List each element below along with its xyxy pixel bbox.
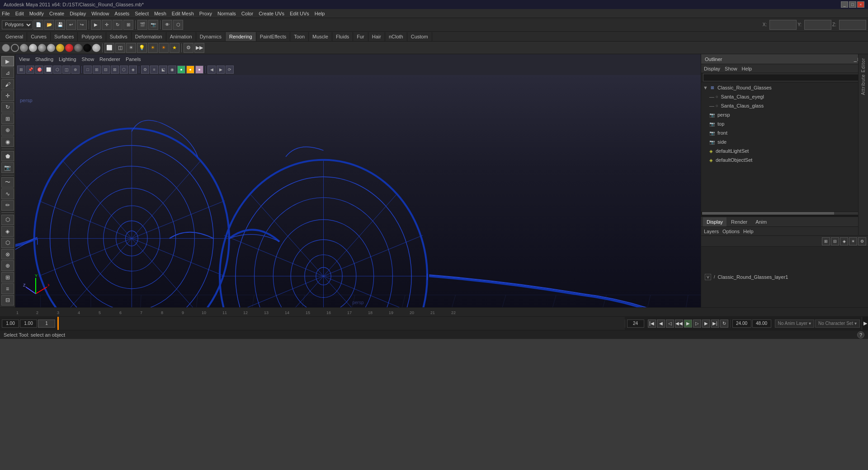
outliner-item-glasses-root[interactable]: ▼ ⊞ Classic_Round_Glasses — [701, 83, 868, 92]
outliner-item-eyegl[interactable]: — ○ Santa_Claus_eyegl — [701, 92, 868, 101]
tab-muscle[interactable]: Muscle — [309, 32, 332, 41]
vp-icon4[interactable]: ⬜ — [44, 66, 52, 74]
scale-tool-btn[interactable]: ⊞ — [123, 20, 133, 30]
vp-icon11[interactable]: ⊠ — [111, 66, 119, 74]
next-key-btn[interactable]: ▷ — [693, 320, 701, 328]
outliner-item-side[interactable]: 📷 side — [701, 137, 868, 146]
vp-icon3[interactable]: 🎯 — [35, 66, 43, 74]
vp-icon9[interactable]: ⊞ — [93, 66, 101, 74]
time-start-input[interactable] — [732, 320, 751, 328]
batch-render-btn[interactable]: ▶▶ — [194, 43, 204, 53]
new-file-btn[interactable]: 📄 — [33, 20, 43, 30]
tab-subdivs[interactable]: Subdivs — [106, 32, 132, 41]
layer-visibility[interactable]: V — [705, 274, 711, 280]
outliner-item-lightset[interactable]: ◈ defaultLightSet — [701, 146, 868, 155]
menu-normals[interactable]: Normals — [217, 11, 236, 16]
cb-icon2[interactable]: ⊟ — [831, 237, 839, 245]
viewport[interactable]: View Shading Lighting Show Renderer Pane… — [15, 54, 701, 307]
tab-surfaces[interactable]: Surfaces — [51, 32, 78, 41]
outliner-minimize[interactable]: _ — [854, 56, 857, 62]
lasso-select-tool[interactable]: ⊿ — [1, 67, 14, 78]
outliner-search-input[interactable] — [703, 74, 866, 81]
vp-icon10[interactable]: ⊟ — [102, 66, 110, 74]
char-set-dropdown[interactable]: No Character Set ▾ — [815, 320, 860, 328]
menu-modify[interactable]: Modify — [29, 11, 44, 16]
poly-tool4[interactable]: ⊗ — [1, 249, 14, 259]
poly-tool2[interactable]: ◈ — [1, 226, 14, 236]
rotate-tool[interactable]: ↻ — [1, 102, 14, 113]
x-input[interactable] — [769, 20, 797, 30]
flat-shading-btn[interactable] — [2, 44, 10, 52]
sphere5-btn[interactable] — [56, 44, 64, 52]
tab-ncloth[interactable]: nCloth — [385, 32, 407, 41]
vp-icon12[interactable]: ⬡ — [120, 66, 128, 74]
cb-menu-layers[interactable]: Layers — [704, 229, 719, 234]
timeline-scrubber[interactable] — [57, 317, 625, 330]
vp-menu-shading[interactable]: Shading — [35, 56, 53, 62]
sphere8-btn[interactable] — [83, 44, 91, 52]
camera-tool[interactable]: 📷 — [1, 162, 14, 173]
poly-tool7[interactable]: ≡ — [1, 283, 14, 294]
sphere3-btn[interactable] — [38, 44, 46, 52]
menu-file[interactable]: File — [2, 11, 10, 16]
frame-step-input[interactable] — [20, 320, 37, 328]
vp-icon22[interactable]: ▶ — [217, 66, 225, 74]
time-end-input[interactable] — [752, 320, 771, 328]
bezier-tool[interactable]: ∿ — [1, 188, 14, 199]
texture-btn[interactable]: ⬜ — [104, 43, 114, 53]
3d-canvas[interactable]: persp — [15, 75, 701, 307]
tab-hair[interactable]: Hair — [368, 32, 385, 41]
prev-frame-btn[interactable]: ◀ — [657, 320, 665, 328]
poly-tool6[interactable]: ⊞ — [1, 272, 14, 282]
tab-fluids[interactable]: Fluids — [332, 32, 353, 41]
undo-btn[interactable]: ↩ — [66, 20, 76, 30]
select-tool-btn[interactable]: ▶ — [91, 20, 101, 30]
outliner-hscrollbar[interactable] — [701, 212, 868, 215]
vp-icon20[interactable]: ● — [195, 66, 203, 74]
play-fwd-btn[interactable]: ▶ — [684, 320, 692, 328]
open-file-btn[interactable]: 📂 — [44, 20, 54, 30]
menu-create-uvs[interactable]: Create UVs — [259, 11, 284, 16]
mode-select[interactable]: Polygons — [2, 20, 33, 29]
minimize-button[interactable]: _ — [841, 1, 848, 8]
sphere6-btn[interactable] — [65, 44, 73, 52]
menu-assets[interactable]: Assets — [114, 11, 129, 16]
menu-color[interactable]: Color — [241, 11, 253, 16]
cb-menu-help[interactable]: Help — [743, 229, 754, 234]
tab-general[interactable]: General — [2, 32, 27, 41]
sphere2-btn[interactable] — [29, 44, 37, 52]
outliner-item-glass[interactable]: — ○ Santa_Claus_glass — [701, 101, 868, 110]
light3-btn[interactable]: ☀ — [148, 43, 158, 53]
tab-animation[interactable]: Animation — [166, 32, 196, 41]
show-hide-btn[interactable]: 👁 — [162, 20, 172, 30]
vp-icon13[interactable]: ◈ — [129, 66, 137, 74]
sphere9-btn[interactable] — [92, 44, 100, 52]
cb-icon4[interactable]: ☀ — [849, 237, 857, 245]
menu-edit-uvs[interactable]: Edit UVs — [290, 11, 309, 16]
loop-btn[interactable]: ↻ — [720, 320, 728, 328]
cb-icon1[interactable]: ⊞ — [822, 237, 830, 245]
show-manip[interactable]: ⬟ — [1, 151, 14, 161]
render-btn[interactable]: 🎬 — [137, 20, 147, 30]
scale-tool[interactable]: ⊞ — [1, 113, 14, 124]
timeline-expand-btn[interactable]: ▶ — [862, 317, 868, 330]
rotate-tool-btn[interactable]: ↻ — [113, 20, 123, 30]
vp-icon16[interactable]: ⬕ — [159, 66, 167, 74]
menu-edit-mesh[interactable]: Edit Mesh — [172, 11, 194, 16]
cb-tab-render[interactable]: Render — [727, 217, 751, 226]
tab-painteffects[interactable]: PaintEffects — [256, 32, 291, 41]
tab-fur[interactable]: Fur — [353, 32, 368, 41]
anim-layer-dropdown[interactable]: No Anim Layer ▾ — [775, 320, 814, 328]
menu-help[interactable]: Help — [315, 11, 325, 16]
sphere1-btn[interactable] — [20, 44, 28, 52]
render-settings-btn[interactable]: ⚙ — [184, 43, 193, 53]
menu-mesh[interactable]: Mesh — [154, 11, 166, 16]
wireframe-btn[interactable]: ⬡ — [173, 20, 183, 30]
vp-icon14[interactable]: ⚙ — [141, 66, 149, 74]
play-back-btn[interactable]: ◀◀ — [675, 320, 683, 328]
current-frame-input[interactable] — [2, 320, 19, 328]
ipr-btn[interactable]: 📷 — [148, 20, 158, 30]
vp-icon2[interactable]: 📌 — [26, 66, 34, 74]
tab-custom[interactable]: Custom — [407, 32, 432, 41]
vp-menu-show[interactable]: Show — [82, 56, 94, 62]
